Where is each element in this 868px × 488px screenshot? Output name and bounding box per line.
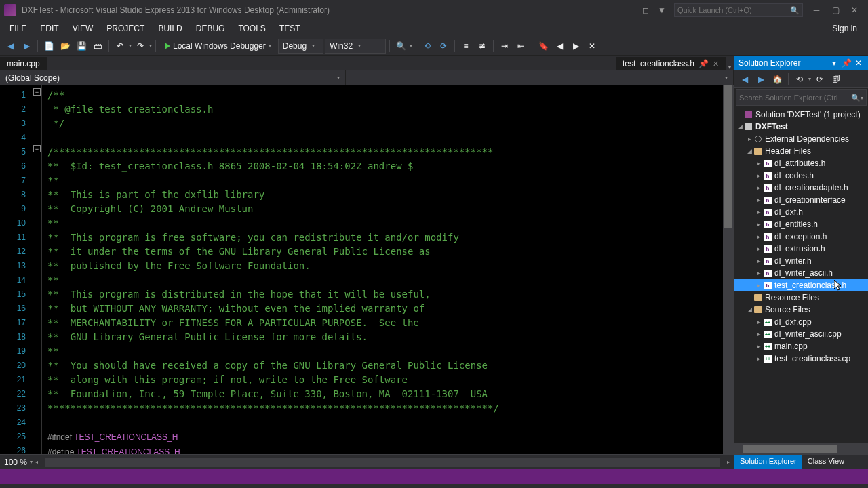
split-horizontal-icon[interactable]: ◂ [35, 459, 38, 465]
tree-node[interactable]: ▸hdl_dxf.h [734, 206, 868, 218]
expander-icon[interactable]: ▸ [745, 136, 753, 142]
expander-icon[interactable]: ▸ [755, 331, 763, 338]
panel-horizontal-scrollbar[interactable] [734, 443, 868, 454]
fold-column[interactable]: − − [33, 85, 42, 454]
bookmark-button[interactable]: 🔖 [536, 39, 551, 54]
menu-file[interactable]: FILE [3, 22, 33, 35]
tree-node[interactable]: ▸hdl_creationadapter.h [734, 182, 868, 194]
menu-debug[interactable]: DEBUG [189, 22, 232, 35]
menu-view[interactable]: VIEW [66, 22, 100, 35]
scope-combo[interactable]: (Global Scope)▾ [0, 70, 346, 85]
code-editor[interactable]: /** * @file test_creationclass.h */ /***… [42, 85, 723, 454]
tree-node[interactable]: ▸hdl_codes.h [734, 169, 868, 182]
redo-dropdown-icon[interactable]: ▾ [149, 43, 152, 49]
notifications-filter-icon[interactable]: ▼ [654, 3, 670, 17]
scrollbar-thumb[interactable] [724, 85, 732, 228]
find-in-files-button[interactable]: 🔍 [393, 39, 408, 54]
tab-list-dropdown-icon[interactable]: ▾ [728, 64, 731, 70]
expander-icon[interactable]: ▸ [755, 160, 763, 167]
clear-bookmarks-button[interactable]: ✕ [585, 39, 599, 54]
solution-search-input[interactable] [739, 94, 851, 102]
redo-button[interactable]: ↷ [133, 39, 148, 54]
tree-node[interactable]: ▸hdl_entities.h [734, 218, 868, 230]
tab-class-view[interactable]: Class View [802, 455, 850, 469]
start-debugging-button[interactable]: Local Windows Debugger ▾ [159, 40, 277, 52]
expander-icon[interactable]: ◢ [736, 123, 744, 130]
zoom-combo[interactable]: 100 %▾ [4, 458, 33, 467]
nav-forward-button[interactable]: ▶ [19, 39, 34, 54]
fold-toggle-icon[interactable]: − [33, 145, 41, 152]
config-combo[interactable]: Debug▾ [278, 39, 323, 54]
tree-node[interactable]: ▸hdl_creationinterface [734, 194, 868, 206]
scrollbar-thumb[interactable] [743, 445, 837, 453]
tab-test-creationclass[interactable]: test_creationclass.h📌✕ [616, 57, 726, 70]
sign-in-link[interactable]: Sign in [824, 22, 865, 35]
maximize-button[interactable]: ▢ [826, 3, 845, 17]
tree-node[interactable]: ▸hdl_exception.h [734, 230, 868, 243]
expander-icon[interactable]: ▸ [755, 245, 763, 252]
se-home-icon[interactable]: 🏠 [770, 72, 785, 87]
tree-node[interactable]: Resource Files [734, 291, 868, 304]
solution-tree[interactable]: Solution 'DXFTest' (1 project)◢DXFTest▸E… [734, 107, 868, 443]
expander-icon[interactable]: ▸ [755, 221, 763, 228]
solution-search-box[interactable]: 🔍 ▾ [736, 89, 867, 106]
expander-icon[interactable]: ◢ [745, 306, 753, 313]
tree-node[interactable]: ▸++dl_writer_ascii.cpp [734, 328, 868, 340]
tab-main-cpp[interactable]: main.cpp [0, 57, 47, 70]
menu-project[interactable]: PROJECT [100, 22, 151, 35]
save-button[interactable]: 💾 [74, 39, 89, 54]
save-all-button[interactable]: 🗃 [90, 39, 105, 54]
quick-launch-input[interactable] [677, 6, 790, 14]
expander-icon[interactable]: ▸ [755, 355, 763, 362]
expander-icon[interactable]: ▸ [755, 233, 763, 240]
tab-solution-explorer[interactable]: Solution Explorer [734, 455, 802, 469]
undo-button[interactable]: ↶ [113, 39, 127, 54]
open-file-button[interactable]: 📂 [58, 39, 73, 54]
tree-node[interactable]: ◢Source Files [734, 304, 868, 316]
uncomment-button[interactable]: ≢ [475, 39, 490, 54]
horizontal-scrollbar[interactable] [45, 458, 720, 467]
tree-node[interactable]: ▸hdl_writer_ascii.h [734, 267, 868, 279]
expander-icon[interactable]: ▸ [755, 184, 763, 191]
search-dropdown-icon[interactable]: ▾ [861, 95, 863, 101]
minimize-button[interactable]: ─ [807, 3, 826, 17]
member-combo[interactable]: ▾ [346, 70, 734, 85]
close-icon[interactable]: ✕ [713, 60, 719, 68]
prev-bookmark-button[interactable]: ◀ [552, 39, 567, 54]
tree-node[interactable]: ▸htest_creationclass.h [734, 279, 868, 291]
pin-icon[interactable]: 📌 [698, 59, 709, 68]
panel-pin-icon[interactable]: 📌 [841, 58, 852, 68]
tree-node[interactable]: ◢Header Files [734, 145, 868, 157]
expander-icon[interactable]: ◢ [745, 148, 753, 155]
tree-node[interactable]: ▸External Dependencies [734, 133, 868, 145]
se-back-icon[interactable]: ◀ [737, 72, 752, 87]
refresh-button[interactable]: ⟳ [436, 39, 451, 54]
se-refresh-icon[interactable]: ⟳ [812, 72, 827, 87]
nav-back-button[interactable]: ◀ [3, 39, 18, 54]
panel-dropdown-icon[interactable]: ▾ [829, 58, 840, 68]
tree-node[interactable]: ◢DXFTest [734, 121, 868, 133]
expander-icon[interactable]: ▸ [755, 319, 763, 325]
se-forward-icon[interactable]: ▶ [753, 72, 768, 87]
expander-icon[interactable]: ▸ [755, 258, 763, 264]
quick-launch-box[interactable]: 🔍 [674, 3, 803, 17]
expander-icon[interactable]: ▸ [755, 270, 763, 277]
menu-tools[interactable]: TOOLS [231, 22, 272, 35]
comment-button[interactable]: ≡ [458, 39, 473, 54]
menu-test[interactable]: TEST [273, 22, 307, 35]
expander-icon[interactable]: ▸ [755, 343, 763, 350]
undo-dropdown-icon[interactable]: ▾ [129, 43, 132, 49]
close-button[interactable]: ✕ [845, 3, 864, 17]
expander-icon[interactable]: ▸ [755, 197, 763, 203]
feedback-icon[interactable]: ◻ [637, 3, 654, 17]
menu-build[interactable]: BUILD [151, 22, 189, 35]
fold-toggle-icon[interactable]: − [33, 88, 41, 96]
tree-node[interactable]: ▸++test_creationclass.cp [734, 352, 868, 365]
menu-edit[interactable]: EDIT [33, 22, 65, 35]
panel-close-icon[interactable]: ✕ [853, 58, 864, 68]
scroll-right-icon[interactable]: ▸ [727, 459, 730, 465]
new-project-button[interactable]: 📄 [41, 39, 56, 54]
tree-node[interactable]: ▸++dl_dxf.cpp [734, 316, 868, 328]
se-sync-icon[interactable]: ⟲ [792, 72, 807, 87]
expander-icon[interactable]: ▸ [755, 172, 763, 179]
